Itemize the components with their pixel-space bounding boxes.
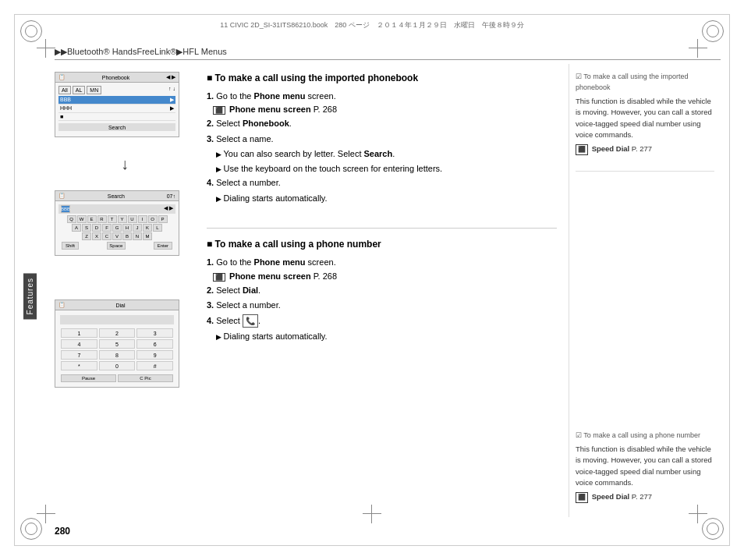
search-screen-indicator: 07↑ [167,193,175,199]
dial-screen-title: Dial [115,303,125,308]
note1-title: ☑ To make a call using the imported phon… [576,72,714,93]
kb-row-2: A S D F G H J K L [60,224,174,232]
pb-screen-title: Phonebook [102,75,129,80]
note2-title: ☑ To make a call using a phone number [576,431,714,441]
key-l: L [153,224,162,232]
header-divider [55,59,721,60]
dial-key-3: 3 [136,328,173,338]
key-g: G [112,224,122,232]
section2-step3: 3. Select a number. [207,299,557,312]
dial-screenshot: 📋 Dial 1 2 3 4 5 6 7 8 9 * 0 # [55,299,179,388]
pb-tab-all: All [58,86,71,94]
key-e: E [87,215,97,223]
key-d: D [92,224,101,232]
note-spacer [576,181,714,431]
dial-grid: 1 2 3 4 5 6 7 8 9 * 0 # [58,326,175,373]
ref-symbol-1: ⬛ [213,106,225,115]
pb-screen-header: 📋 Phonebook ◀ ▶ [55,73,179,83]
notes-divider [576,171,714,172]
breadcrumb: ▶▶Bluetooth® HandsFreeLink®▶HFL Menus [55,47,227,57]
section1-step2: 2. Select Phonebook. [207,117,557,130]
search-screen-icon: 📋 [58,193,66,199]
section1-step1-bold: Phone menu [254,91,306,101]
key-w: W [77,215,87,223]
section2-step2-num: 2. [207,285,216,295]
dial-screen-body: 1 2 3 4 5 6 7 8 9 * 0 # Pause C Pic [55,310,179,387]
kb-enter-btn: Enter [154,242,172,250]
section1-step4-num: 4. [207,178,216,187]
features-sidebar-label: Features [23,273,37,319]
section2: ■ To make a call using a phone number 1.… [207,238,557,344]
section1-step2-bold: Phonebook [243,119,289,128]
section2-step1-ref: ⬛ Phone menu screen P. 268 [213,271,557,282]
kb-space-btn: Space [107,242,126,250]
note1-ref: ⬛ Speed Dial P. 277 [576,144,714,155]
section1-step1-ref: ⬛ Phone menu screen P. 268 [213,105,557,115]
screenshots-column: 📋 Phonebook ◀ ▶ All AL MN ↑↓ BBB▶ HHH▶ [55,64,195,517]
note1-ref-symbol: ⬛ [576,144,588,155]
instructions-column: ■ To make a call using the imported phon… [195,64,569,517]
section1-sub1-bold: Search [364,149,393,158]
key-h: H [122,224,132,232]
phonebook-screenshot: 📋 Phonebook ◀ ▶ All AL MN ↑↓ BBB▶ HHH▶ [55,72,179,137]
key-x: X [92,232,101,240]
notes-column: ☑ To make a call using the imported phon… [569,64,721,517]
note2-body: This function is disabled while the vehi… [576,444,714,488]
search-screen-body: BBB ◀ ▶ Q W E R T Y U I O P [55,201,179,255]
dial-bottom-btns: Pause C Pic [58,373,175,384]
pb-search-bar: Search [58,123,175,131]
section2-step4: 4. Select 📞. [207,314,557,328]
key-y: Y [118,215,127,223]
call-button-icon: 📞 [243,314,258,328]
section2-step1-num: 1. [207,257,216,267]
dial-key-6: 6 [136,339,173,349]
ref-symbol-2: ⬛ [213,273,225,282]
section-divider [207,228,557,229]
dial-call-btn: C Pic [118,374,173,382]
pb-screen-icon: 📋 [58,74,66,80]
key-j: J [133,224,142,232]
key-n: N [133,232,142,240]
key-b: B [122,232,132,240]
dial-key-4: 4 [61,339,97,349]
keyboard: Q W E R T Y U I O P A S D [58,214,175,252]
section1: ■ To make a call using the imported phon… [207,72,557,206]
section1-step4: 4. Select a number. [207,176,557,190]
dial-key-1: 1 [61,328,97,338]
note2-ref-symbol: ⬛ [576,492,588,503]
dial-key-0: 0 [99,361,136,370]
pb-screen-controls: ◀ ▶ [166,74,175,80]
section2-step4-num: 4. [207,316,216,325]
note1-ref-text: Speed Dial [592,144,630,153]
section1-sub3: Dialing starts automatically. [216,192,557,205]
key-z: Z [82,232,91,240]
search-screenshot: 📋 Search 07↑ BBB ◀ ▶ Q W E R T Y [55,190,179,256]
pb-item-bbb: BBB▶ [58,96,175,105]
section1-step3: 3. Select a name. [207,133,557,146]
dial-key-8: 8 [99,350,136,360]
key-p: P [158,215,168,223]
search-screen-header: 📋 Search 07↑ [55,191,179,201]
pb-item-hhh: HHH▶ [58,105,175,113]
pb-tab-mn: MN [87,86,101,94]
search-active-item: BBB [61,205,70,213]
section1-sub2: Use the keyboard on the touch screen for… [216,162,557,175]
pb-tab-al: AL [73,86,86,94]
section1-step3-num: 3. [207,134,216,144]
section1-step2-num: 2. [207,119,216,128]
key-a: A [72,224,81,232]
section2-step1: 1. Go to the Phone menu screen. [207,256,557,269]
section2-step2: 2. Select Dial. [207,284,557,297]
section1-sub1: You can also search by letter. Select Se… [216,147,557,161]
key-v: V [112,232,122,240]
key-r: R [97,215,107,223]
dial-key-5: 5 [99,339,136,349]
pb-sort-btns: ↑↓ [168,86,175,94]
spacer [55,271,195,284]
key-q: Q [67,215,76,223]
search-nav-arrows: ◀ ▶ [164,205,173,213]
section1-step1-num: 1. [207,91,216,101]
section2-sub1: Dialing starts automatically. [216,330,557,343]
section1-step1: 1. Go to the Phone menu screen. [207,90,557,103]
key-m: M [143,232,152,240]
